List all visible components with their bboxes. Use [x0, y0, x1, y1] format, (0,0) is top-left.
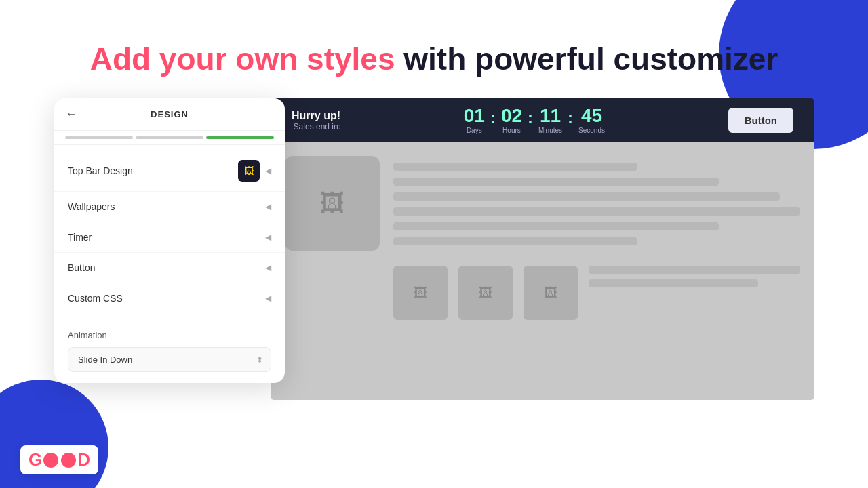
content-area: ← DESIGN Top Bar Design 🖼 ◀ Wallpapers	[0, 98, 868, 400]
panel-title: DESIGN	[151, 109, 189, 119]
sales-end-text: Sales end in:	[294, 122, 340, 131]
animation-label: Animation	[68, 330, 271, 340]
menu-item-label-button: Button	[68, 262, 95, 273]
menu-item-wallpapers[interactable]: Wallpapers ◀	[54, 192, 285, 222]
hurry-text: Hurry up!	[292, 110, 340, 122]
logo-wrapper: G D	[20, 445, 98, 474]
preview-image: 🖼	[285, 156, 380, 251]
panel-header: ← DESIGN	[54, 98, 285, 131]
chevron-icon-wallpapers: ◀	[265, 202, 271, 211]
timer-days: 01 Days	[464, 106, 485, 134]
title-highlight: Add your own styles	[90, 41, 395, 77]
text-line-4	[393, 207, 800, 216]
preview-text-area: 🖼 🖼 🖼	[393, 156, 800, 386]
menu-item-label-custom-css: Custom CSS	[68, 293, 123, 304]
chevron-icon-button: ◀	[265, 263, 271, 272]
chevron-icon-timer: ◀	[265, 232, 271, 242]
image-placeholder-icon: 🖼	[320, 189, 344, 218]
bottom-img-3: 🖼	[524, 266, 578, 320]
design-panel: ← DESIGN Top Bar Design 🖼 ◀ Wallpapers	[54, 98, 285, 383]
progress-segment-3	[206, 136, 274, 139]
colon-2: :	[528, 108, 533, 127]
logo-letter-g: G	[28, 449, 42, 470]
timer-days-value: 01	[464, 106, 485, 125]
timer-hours-label: Hours	[502, 127, 521, 134]
progress-bar	[54, 131, 285, 145]
title-rest: with powerful customizer	[395, 41, 778, 77]
animation-select[interactable]: Slide In Down Fade In Slide In Up Bounce…	[68, 347, 271, 372]
colon-1: :	[490, 108, 496, 127]
progress-segment-2	[136, 136, 203, 139]
progress-segment-1	[65, 136, 133, 139]
menu-item-label-timer: Timer	[68, 232, 92, 243]
page-title: Add your own styles with powerful custom…	[0, 41, 868, 78]
bottom-text-line-1	[589, 266, 800, 274]
timer-minutes: 11 Minutes	[538, 106, 562, 134]
timer-minutes-label: Minutes	[538, 127, 562, 134]
logo-circle-1	[43, 453, 58, 468]
timer-hours-value: 02	[501, 106, 522, 125]
timer-seconds: 45 Seconds	[578, 106, 605, 134]
timer-seconds-value: 45	[581, 106, 602, 125]
menu-item-label-wallpapers: Wallpapers	[68, 201, 115, 212]
animation-section: Animation Slide In Down Fade In Slide In…	[54, 319, 285, 383]
logo-letter-d: D	[77, 449, 90, 470]
bottom-img-1: 🖼	[393, 266, 448, 320]
text-line-1	[393, 163, 637, 171]
back-button[interactable]: ←	[65, 107, 77, 121]
timer-minutes-value: 11	[540, 106, 561, 125]
menu-item-custom-css[interactable]: Custom CSS ◀	[54, 283, 285, 313]
bottom-img-2: 🖼	[458, 266, 513, 320]
logo-circle-2	[61, 453, 76, 468]
bottom-text-line-2	[589, 279, 758, 287]
animation-select-wrapper: Slide In Down Fade In Slide In Up Bounce…	[68, 347, 271, 372]
timer-hours: 02 Hours	[501, 106, 522, 134]
chevron-icon-custom-css: ◀	[265, 293, 271, 303]
preview-bottom-images: 🖼 🖼 🖼	[393, 266, 800, 320]
top-bar-design-icon: 🖼	[238, 160, 260, 182]
text-line-2	[393, 178, 719, 186]
text-line-5	[393, 222, 719, 230]
text-line-6	[393, 237, 637, 245]
menu-item-right-top-bar: 🖼 ◀	[238, 160, 271, 182]
logo: G D	[20, 445, 98, 474]
timer-seconds-label: Seconds	[578, 127, 605, 134]
menu-item-button[interactable]: Button ◀	[54, 253, 285, 283]
countdown-action-button[interactable]: Button	[728, 108, 793, 133]
menu-item-label-top-bar: Top Bar Design	[68, 165, 133, 176]
page-header: Add your own styles with powerful custom…	[0, 0, 868, 98]
preview-content: 🖼 🖼 🖼 🖼	[271, 142, 814, 400]
preview-panel: Hurry up! Sales end in: 01 Days : 02 Hou…	[271, 98, 814, 400]
countdown-timer: 01 Days : 02 Hours : 11 Minutes : 45 Sec…	[464, 106, 605, 134]
timer-days-label: Days	[467, 127, 482, 134]
countdown-label: Hurry up! Sales end in:	[292, 110, 340, 131]
bottom-text-block	[589, 266, 800, 320]
menu-item-top-bar-design[interactable]: Top Bar Design 🖼 ◀	[54, 150, 285, 192]
countdown-bar: Hurry up! Sales end in: 01 Days : 02 Hou…	[271, 98, 814, 142]
panel-menu: Top Bar Design 🖼 ◀ Wallpapers ◀ Timer ◀ …	[54, 145, 285, 319]
chevron-icon-top-bar: ◀	[265, 166, 271, 176]
menu-item-timer[interactable]: Timer ◀	[54, 222, 285, 253]
colon-3: :	[568, 108, 573, 127]
text-line-3	[393, 192, 780, 201]
